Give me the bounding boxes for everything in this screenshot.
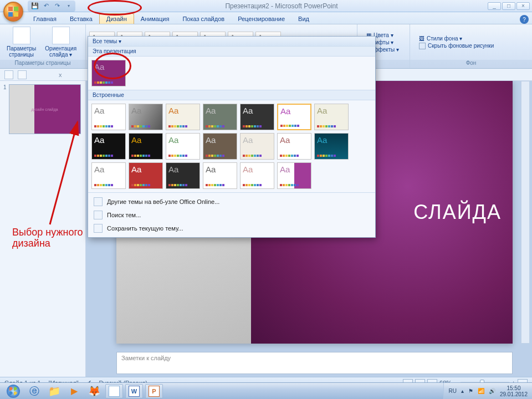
page-setup-label: Параметры страницы [7,45,36,58]
tab-animation[interactable]: Анимация [134,14,176,24]
system-tray: RU ▴ ⚑ 📶 🔊 15:50 29.01.2012 [443,383,532,399]
gallery-menu: Другие темы на веб-узле Office Online...… [88,192,375,237]
tray-show-hidden-icon[interactable]: ▴ [461,388,464,394]
close-pane-icon[interactable]: x [59,71,62,78]
theme-gallery-item[interactable]: Aa [203,104,237,130]
slide-thumbnail-row[interactable]: 1 дизайн слайда [3,84,82,134]
tab-home[interactable]: Главная [27,14,63,24]
taskbar-firefox-icon[interactable]: 🦊 [85,384,103,398]
theme-gallery-item[interactable]: Aa [91,162,126,189]
taskbar-word-icon[interactable]: W [125,384,143,398]
taskbar-media-icon[interactable]: ▶ [65,384,83,398]
save-icon[interactable]: 💾 [31,2,39,10]
svg-point-4 [7,385,20,398]
notes-area[interactable]: Заметки к слайду [116,352,513,374]
tab-review[interactable]: Рецензирование [231,14,291,24]
bgstyles-label: Стили фона ▾ [427,35,462,42]
svg-rect-3 [14,12,18,17]
colors-label: Цвета ▾ [374,32,393,38]
notes-placeholder: Заметки к слайду [121,355,171,361]
svg-rect-1 [14,7,18,11]
slide-orientation-button[interactable]: Ориентация слайда ▾ [42,25,80,59]
undo-icon[interactable]: ↶ [42,2,50,10]
tray-clock[interactable]: 15:50 29.01.2012 [500,385,528,397]
redo-icon[interactable]: ↷ [53,2,61,10]
ribbon-tabs: Главная Вставка Дизайн Анимация Показ сл… [0,12,532,24]
orientation-icon [52,27,70,44]
theme-gallery-item[interactable]: Aa [166,162,200,189]
theme-gallery-item[interactable]: Aa [91,60,126,86]
theme-gallery-item[interactable]: Aa [277,133,311,160]
theme-gallery-item[interactable]: Aa [240,104,274,130]
group-background-title: Фон [410,60,532,68]
gallery-section-builtin: Встроенные [88,90,375,100]
themes-gallery-dropdown: Все темы ▾ Эта презентация Aa Встроенные… [88,36,376,238]
minimize-button[interactable]: _ [488,2,501,10]
window-title: Презентация2 - Microsoft PowerPoint [75,2,488,10]
theme-gallery-item[interactable]: Aa [314,104,349,130]
taskbar: ⓔ 📁 ▶ 🦊 W P RU ▴ ⚑ 📶 🔊 15:50 29.01.2012 [0,382,532,399]
maximize-button[interactable]: □ [502,2,515,10]
hidebg-label: Скрыть фоновые рисунки [428,43,494,49]
theme-gallery-item[interactable]: Aa [166,133,200,160]
menu-search-themes[interactable]: Поиск тем... [88,208,375,222]
tray-network-icon[interactable]: 📶 [478,388,484,394]
svg-rect-2 [8,12,13,17]
tab-insert[interactable]: Вставка [63,14,99,24]
background-styles-button[interactable]: 🖼 Стили фона ▾ [419,35,494,42]
svg-rect-0 [8,7,13,11]
taskbar-explorer-icon[interactable]: 📁 [45,384,63,398]
slide-number: 1 [3,84,7,134]
theme-gallery-item[interactable]: Aa [166,104,200,130]
orientation-label: Ориентация слайда ▾ [45,45,76,58]
tab-slideshow[interactable]: Показ слайдов [176,14,231,24]
help-icon[interactable]: ? [520,15,529,24]
save-theme-icon [94,224,103,233]
theme-gallery-item[interactable]: Aa [91,104,126,130]
gallery-section-this: Эта презентация [88,46,375,57]
start-button[interactable] [2,383,24,399]
group-page-setup-title: Параметры страницы [0,60,85,68]
vertical-scrollbar[interactable] [521,81,530,344]
theme-gallery-item[interactable]: Aa [203,133,237,160]
taskbar-powerpoint-icon[interactable]: P [145,384,163,398]
menu-save-theme[interactable]: Сохранить текущую тему... [88,222,375,235]
title-bar: 💾 ↶ ↷ Презентация2 - Microsoft PowerPoin… [0,0,532,12]
theme-gallery-item[interactable]: Aa [277,104,311,130]
slide-title-text: СЛАЙДА [413,201,502,224]
office-button[interactable] [3,2,23,22]
theme-gallery-item[interactable]: Aa [91,133,126,160]
outline-tab-icon[interactable] [18,70,27,79]
tab-design[interactable]: Дизайн [99,13,134,24]
gallery-header[interactable]: Все темы ▾ [88,37,375,46]
tray-flag-icon[interactable]: ⚑ [468,388,473,394]
window-controls: _ □ × [488,2,530,10]
menu-office-online[interactable]: Другие темы на веб-узле Office Online... [88,195,375,208]
taskbar-ie-icon[interactable]: ⓔ [25,384,43,398]
effects-label: ффекты ▾ [374,47,399,53]
theme-gallery-item[interactable]: Aa [277,162,311,189]
tab-view[interactable]: Вид [291,14,316,24]
tray-volume-icon[interactable]: 🔊 [489,388,495,394]
qat-customize-icon[interactable] [64,2,72,10]
theme-gallery-item[interactable]: Aa [240,162,274,189]
theme-gallery-item[interactable]: Aa [314,133,349,160]
checkbox-icon [419,43,426,49]
page-setup-button[interactable]: Параметры страницы [3,25,39,59]
theme-gallery-item[interactable]: Aa [203,162,237,189]
theme-gallery-item[interactable]: Aa [240,133,274,160]
folder-search-icon [94,211,103,219]
slides-tab-icon[interactable] [4,70,13,79]
hide-background-checkbox[interactable]: Скрыть фоновые рисунки [419,43,494,49]
close-button[interactable]: × [516,2,530,10]
taskbar-unknown-icon[interactable] [105,384,123,398]
page-setup-icon [13,27,30,44]
theme-gallery-item[interactable]: Aa [129,162,163,189]
slide-thumbnail[interactable]: дизайн слайда [9,84,81,134]
globe-icon [94,197,103,206]
tray-language[interactable]: RU [448,388,456,394]
quick-access-toolbar: 💾 ↶ ↷ [28,1,75,12]
slides-panel: 1 дизайн слайда [0,81,86,377]
theme-gallery-item[interactable]: Aa [129,104,163,130]
theme-gallery-item[interactable]: Aa [129,133,163,160]
